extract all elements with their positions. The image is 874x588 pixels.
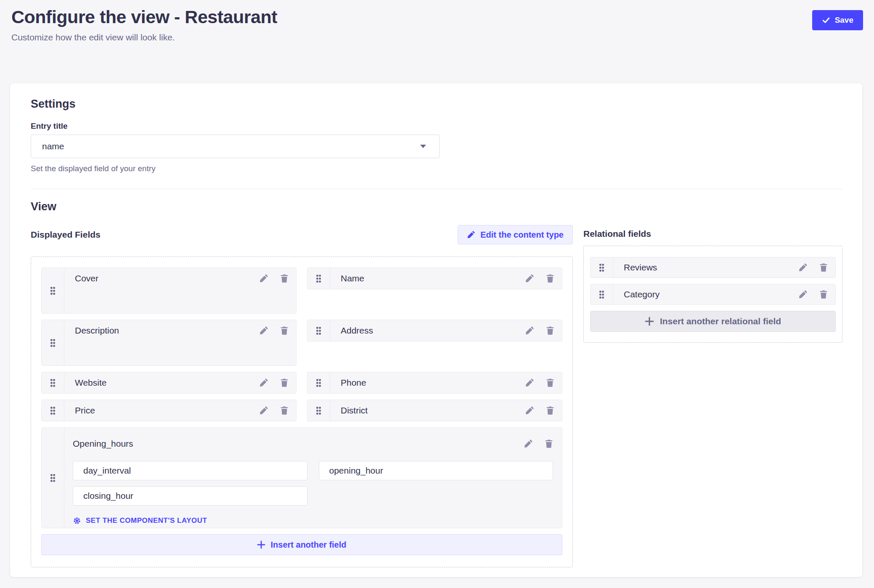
drag-handle[interactable] <box>307 372 330 393</box>
drag-handle[interactable] <box>42 320 64 366</box>
field-card-phone[interactable]: Phone <box>307 372 562 394</box>
edit-field-button[interactable] <box>525 406 534 415</box>
delete-field-button[interactable] <box>280 274 289 283</box>
drag-handle[interactable] <box>591 257 613 278</box>
drag-handle-icon <box>316 406 321 415</box>
edit-field-button[interactable] <box>259 406 268 415</box>
delete-field-button[interactable] <box>546 326 555 335</box>
trash-icon <box>280 274 289 283</box>
delete-field-button[interactable] <box>819 290 828 299</box>
save-button[interactable]: Save <box>812 10 863 30</box>
drag-handle-icon <box>50 286 56 295</box>
drag-handle[interactable] <box>42 372 64 393</box>
delete-field-button[interactable] <box>546 378 555 387</box>
edit-content-type-label: Edit the content type <box>480 230 564 240</box>
trash-icon <box>546 378 555 387</box>
drag-handle[interactable] <box>42 268 64 313</box>
delete-field-button[interactable] <box>280 406 289 415</box>
delete-field-button[interactable] <box>819 263 828 272</box>
field-card-opening-hours[interactable]: Opening_hours day_interval opening_hour <box>41 427 562 528</box>
section-divider <box>31 189 842 189</box>
pencil-icon <box>525 406 534 415</box>
drag-handle-icon <box>316 379 321 387</box>
drag-handle[interactable] <box>307 320 330 341</box>
field-label: Phone <box>341 378 514 388</box>
drag-handle[interactable] <box>42 400 64 421</box>
field-card-cover[interactable]: Cover <box>41 268 297 314</box>
edit-content-type-button[interactable]: Edit the content type <box>458 225 573 244</box>
subfield-label: opening_hour <box>329 466 383 476</box>
drag-handle-icon <box>316 326 321 335</box>
edit-field-button[interactable] <box>259 378 268 387</box>
subfield-label: closing_hour <box>83 491 133 501</box>
trash-icon <box>546 406 555 415</box>
plus-icon <box>257 540 265 549</box>
trash-icon <box>544 439 554 448</box>
page-title: Configure the view - Restaurant <box>11 7 277 27</box>
component-subfield-closing-hour[interactable]: closing_hour <box>73 486 307 506</box>
trash-icon <box>280 406 289 415</box>
insert-another-relational-field-button[interactable]: Insert another relational field <box>590 311 836 332</box>
save-button-label: Save <box>835 16 853 25</box>
field-card-address[interactable]: Address <box>307 320 562 342</box>
field-card-description[interactable]: Description <box>41 320 297 366</box>
entry-title-label: Entry title <box>31 122 842 131</box>
edit-field-button[interactable] <box>798 290 808 299</box>
drag-handle-icon <box>50 406 56 415</box>
drag-handle[interactable] <box>307 400 330 421</box>
pencil-icon <box>259 326 268 335</box>
edit-field-button[interactable] <box>259 326 268 335</box>
edit-field-button[interactable] <box>524 439 533 448</box>
relational-card-reviews[interactable]: Reviews <box>590 257 836 278</box>
gear-icon <box>73 516 81 525</box>
insert-another-field-button[interactable]: Insert another field <box>41 534 562 555</box>
delete-field-button[interactable] <box>546 406 555 415</box>
field-label: Address <box>341 326 514 336</box>
drag-handle[interactable] <box>591 284 613 305</box>
field-label: District <box>341 405 514 416</box>
relational-field-label: Reviews <box>624 262 787 273</box>
pencil-icon <box>259 378 268 387</box>
delete-field-button[interactable] <box>280 326 289 335</box>
edit-field-button[interactable] <box>525 274 534 283</box>
trash-icon <box>819 290 828 299</box>
edit-field-button[interactable] <box>525 378 534 387</box>
edit-field-button[interactable] <box>259 274 268 283</box>
subfield-label: day_interval <box>83 466 131 476</box>
drag-handle[interactable] <box>307 268 330 289</box>
component-subfield-opening-hour[interactable]: opening_hour <box>319 461 554 480</box>
set-component-layout-link[interactable]: SET THE COMPONENT'S LAYOUT <box>73 516 207 525</box>
delete-field-button[interactable] <box>544 439 554 448</box>
delete-field-button[interactable] <box>280 378 289 387</box>
field-card-district[interactable]: District <box>307 400 562 421</box>
configure-view-panel: Settings Entry title name Set the displa… <box>10 83 862 577</box>
drag-handle-icon <box>50 474 56 482</box>
displayed-fields-label: Displayed Fields <box>31 230 101 240</box>
field-label: Name <box>341 273 514 283</box>
field-card-name[interactable]: Name <box>307 268 562 289</box>
pencil-icon <box>259 406 268 415</box>
component-subfield-day-interval[interactable]: day_interval <box>73 461 307 480</box>
relational-field-label: Category <box>624 289 787 299</box>
field-card-price[interactable]: Price <box>41 400 297 421</box>
trash-icon <box>280 378 289 387</box>
edit-field-button[interactable] <box>525 326 534 335</box>
pencil-icon <box>259 274 268 283</box>
field-card-website[interactable]: Website <box>41 372 297 394</box>
page-subtitle: Customize how the edit view will look li… <box>11 32 277 42</box>
pencil-icon <box>524 439 533 448</box>
relational-card-category[interactable]: Category <box>590 284 836 305</box>
delete-field-button[interactable] <box>546 274 555 283</box>
plus-icon <box>645 317 654 326</box>
edit-field-button[interactable] <box>798 263 808 272</box>
pencil-icon <box>798 290 808 299</box>
trash-icon <box>546 274 555 283</box>
component-label: Opening_hours <box>73 439 512 449</box>
entry-title-hint: Set the displayed field of your entry <box>31 164 842 173</box>
entry-title-select[interactable]: name <box>31 135 440 158</box>
displayed-fields-dropzone: Cover Name <box>31 257 573 567</box>
drag-handle[interactable] <box>42 428 64 528</box>
drag-handle-icon <box>316 274 321 283</box>
trash-icon <box>546 326 555 335</box>
caret-down-icon <box>420 145 426 148</box>
